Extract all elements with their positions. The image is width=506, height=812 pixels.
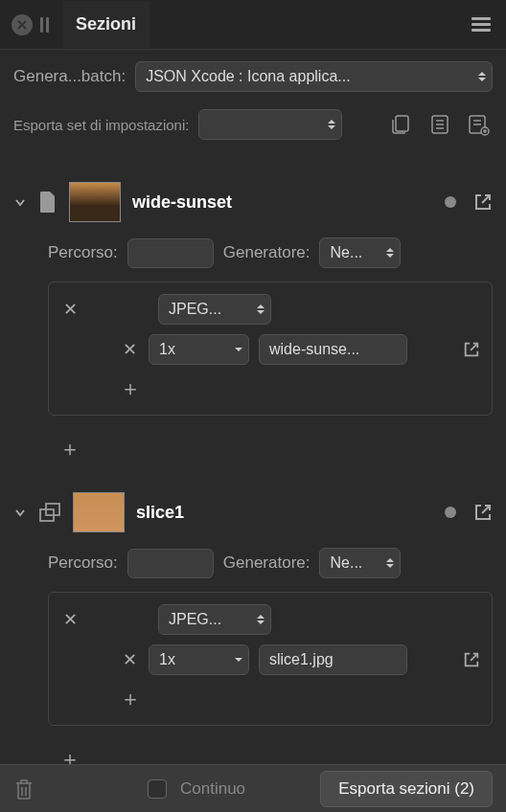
filename-input[interactable] (259, 334, 407, 365)
status-dot-icon (445, 507, 456, 518)
scale-select[interactable]: 1x (149, 644, 249, 675)
batch-generator-select[interactable]: JSON Xcode : Icona applica... (135, 61, 493, 92)
chevron-updown-icon (257, 304, 264, 314)
format-value: JPEG... (169, 611, 221, 628)
export-settings-label: Esporta set di impostazioni: (13, 117, 189, 133)
export-sections-button[interactable]: Esporta sezioni (2) (320, 771, 493, 807)
status-dot-icon (445, 196, 456, 208)
settings-preset-1-icon[interactable] (387, 110, 416, 139)
external-link-icon[interactable] (463, 651, 480, 668)
tab-sections[interactable]: Sezioni (62, 1, 150, 48)
menu-button[interactable] (468, 13, 494, 35)
slice-title: wide-sunset (132, 192, 232, 213)
chevron-updown-icon (257, 615, 264, 624)
chevron-updown-icon (328, 120, 335, 129)
disclosure-toggle[interactable] (13, 195, 27, 209)
close-button[interactable] (12, 14, 33, 35)
export-settings-select[interactable] (198, 109, 342, 140)
scale-value: 1x (159, 341, 175, 358)
path-label: Percorso: (48, 243, 118, 262)
generator-value: Ne... (330, 244, 362, 261)
filename-input[interactable] (259, 644, 407, 675)
remove-format-button[interactable]: ✕ (60, 609, 80, 630)
remove-scale-button[interactable]: ✕ (120, 339, 139, 360)
slice-thumbnail[interactable] (69, 182, 121, 222)
svg-rect-0 (396, 116, 408, 131)
add-scale-button[interactable]: ＋ (120, 685, 139, 713)
generator-select[interactable]: Ne... (319, 237, 401, 268)
format-select[interactable]: JPEG... (158, 604, 271, 635)
chevron-down-icon (235, 658, 242, 662)
batch-generator-value: JSON Xcode : Icona applica... (146, 68, 350, 85)
path-input[interactable] (127, 549, 214, 578)
external-link-icon[interactable] (473, 503, 493, 522)
format-value: JPEG... (169, 301, 221, 318)
settings-preset-add-icon[interactable] (464, 110, 493, 139)
remove-scale-button[interactable]: ✕ (120, 649, 139, 670)
pause-icon (40, 17, 49, 33)
document-icon (38, 191, 58, 214)
add-format-button[interactable]: ＋ (59, 435, 79, 463)
slice-title: slice1 (136, 503, 184, 523)
continuous-checkbox[interactable] (148, 779, 167, 799)
chevron-updown-icon (386, 248, 394, 258)
generator-value: Ne... (330, 554, 362, 572)
scale-value: 1x (159, 651, 175, 668)
add-scale-button[interactable]: ＋ (120, 374, 139, 403)
format-select[interactable]: JPEG... (158, 294, 271, 325)
batch-label: Genera...batch: (13, 67, 126, 86)
chevron-down-icon (235, 348, 242, 351)
settings-preset-2-icon[interactable] (426, 110, 454, 139)
generator-label: Generatore: (223, 243, 310, 262)
trash-icon[interactable] (13, 778, 34, 801)
generator-label: Generatore: (223, 553, 310, 573)
chevron-updown-icon (478, 72, 486, 81)
continuous-label: Continuo (180, 779, 245, 799)
external-link-icon[interactable] (463, 341, 480, 358)
disclosure-toggle[interactable] (13, 506, 27, 519)
external-link-icon[interactable] (473, 192, 493, 212)
stack-icon (38, 502, 61, 523)
slice-thumbnail[interactable] (73, 492, 125, 532)
path-input[interactable] (127, 238, 214, 268)
generator-select[interactable]: Ne... (319, 548, 401, 578)
scale-select[interactable]: 1x (149, 334, 249, 365)
remove-format-button[interactable]: ✕ (60, 299, 80, 320)
chevron-updown-icon (386, 558, 394, 568)
path-label: Percorso: (48, 553, 118, 573)
